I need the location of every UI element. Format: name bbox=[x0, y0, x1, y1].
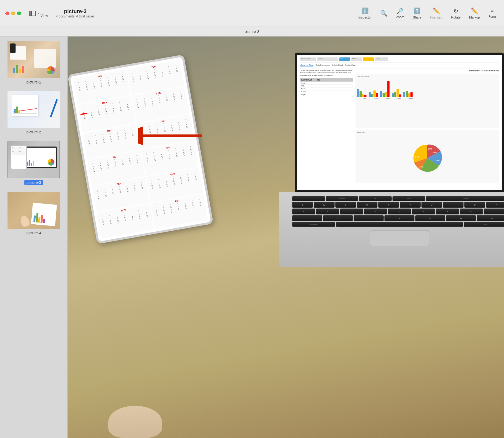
view-label: View bbox=[40, 14, 48, 18]
thumbnail-image-1 bbox=[8, 41, 60, 78]
highlight-label: Highlight bbox=[430, 16, 443, 19]
inspector-button[interactable]: ℹ️ Inspector bbox=[358, 8, 372, 19]
titlebar: ▾ View picture-3 4 documents, 4 total pa… bbox=[0, 0, 504, 27]
scene-container: JAN SMTWTFS 1234 567891011 1213141516171… bbox=[68, 36, 504, 438]
markup-icon: ✏️ bbox=[471, 8, 478, 14]
charts-container: Fundraiser Results by Salesp Column Char… bbox=[355, 70, 499, 183]
keyboard: caps lock ctrl option command Q W E R T bbox=[279, 192, 504, 230]
svg-text:24%: 24% bbox=[435, 159, 440, 162]
column-chart-label: Column Chart bbox=[357, 76, 498, 78]
thumbnail-3-label: picture-3 bbox=[24, 180, 43, 185]
thumbnail-image-3: JAN FEB MAR APR bbox=[8, 141, 60, 178]
thumbnail-2-label: picture-2 bbox=[27, 130, 41, 134]
form-icon: ≡ bbox=[491, 8, 494, 14]
doc-name-label: picture-3 bbox=[245, 30, 259, 34]
chart-content-area: Column, bar, and pie charts compare valu… bbox=[300, 70, 499, 183]
zoom-label: Zoom bbox=[396, 15, 404, 19]
svg-text:16%: 16% bbox=[433, 151, 437, 154]
rotate-icon: ↻ bbox=[453, 8, 458, 14]
chevron-down-icon: ▾ bbox=[38, 12, 39, 15]
pie-chart-label: Pie Chart bbox=[357, 132, 498, 133]
markup-button[interactable]: ✏️ Markup bbox=[469, 8, 480, 19]
inspector-icon: ℹ️ bbox=[361, 8, 369, 14]
minimize-button[interactable] bbox=[11, 12, 15, 15]
pie-chart-visual: 16% 24% 13% 20% 30% bbox=[357, 134, 498, 182]
laptop-screen: Auto Correct Format Text Share Media Int… bbox=[295, 53, 504, 192]
maximize-button[interactable] bbox=[17, 12, 21, 15]
calendar-grid: JAN SMTWTFS 1234 567891011 1213141516171… bbox=[71, 58, 210, 240]
laptop-device: Auto Correct Format Text Share Media Int… bbox=[279, 53, 504, 267]
rotate-label: Rotate bbox=[451, 16, 461, 19]
doc-title: picture-3 bbox=[64, 8, 87, 14]
column-chart: Column Chart bbox=[355, 74, 499, 128]
main-area: picture-1 bbox=[0, 36, 504, 438]
chart-type-selector: Interactive Chart Data Comparison 2-Axis… bbox=[300, 64, 499, 68]
thumbnail-item-1[interactable]: picture-1 bbox=[3, 41, 64, 84]
thumbnail-item-4[interactable]: picture-4 bbox=[3, 192, 64, 235]
thumbnail-item-2[interactable]: picture-2 bbox=[3, 91, 64, 134]
doc-name-bar: picture-3 bbox=[0, 27, 504, 36]
view-icon bbox=[29, 11, 36, 16]
share-label: Share bbox=[413, 16, 421, 19]
hand-element bbox=[108, 406, 162, 438]
red-arrow bbox=[138, 122, 202, 149]
form-button[interactable]: ≡ Form bbox=[488, 8, 496, 19]
highlight-button[interactable]: ✏️ Highlight bbox=[430, 8, 443, 19]
thumbnail-image-2 bbox=[8, 91, 60, 128]
pie-chart: Pie Chart bbox=[355, 130, 499, 184]
zoom-out-icon: 🔎 bbox=[397, 8, 403, 14]
laptop-base: caps lock ctrl option command Q W E R T bbox=[279, 192, 504, 267]
view-button[interactable]: ▾ View bbox=[26, 9, 48, 18]
bar-chart-bars: Andy bbox=[357, 79, 498, 100]
svg-text:13%: 13% bbox=[419, 166, 424, 168]
zoom-in-button[interactable]: 🔍 bbox=[380, 10, 387, 17]
svg-text:30%: 30% bbox=[428, 148, 432, 150]
rotate-button[interactable]: ↻ Rotate bbox=[451, 8, 461, 19]
laptop-screen-content: Auto Correct Format Text Share Media Int… bbox=[297, 55, 502, 190]
participant-table: PARTICIPANT UN... Andy Chloe Daniel Grac… bbox=[300, 78, 353, 96]
close-button[interactable] bbox=[5, 12, 9, 15]
un-col-header: UN... bbox=[317, 79, 321, 81]
highlight-icon: ✏️ bbox=[433, 8, 440, 14]
inspector-label: Inspector bbox=[358, 16, 372, 19]
markup-label: Markup bbox=[469, 16, 480, 19]
thumbnail-4-label: picture-4 bbox=[27, 231, 41, 235]
participant-col-header: PARTICIPANT bbox=[301, 79, 312, 81]
thumbnail-image-4 bbox=[8, 192, 60, 229]
zoom-out-button[interactable]: 🔎 Zoom bbox=[396, 8, 404, 19]
traffic-lights bbox=[0, 12, 21, 15]
zoom-in-icon: 🔍 bbox=[380, 10, 387, 17]
toolbar-actions: ℹ️ Inspector 🔍 🔎 Zoom ⬆️ Share ✏️ Highli… bbox=[358, 8, 504, 19]
thumbnail-1-label: picture-1 bbox=[27, 80, 41, 84]
doc-info: picture-3 4 documents, 4 total pages bbox=[56, 8, 95, 18]
thumbnail-item-3[interactable]: JAN FEB MAR APR picture-3 bbox=[3, 141, 64, 185]
trackpad[interactable] bbox=[370, 230, 429, 246]
chart-main-title: Fundraiser Results by Salesp bbox=[355, 70, 499, 72]
share-button[interactable]: ⬆️ Share bbox=[413, 8, 421, 19]
doc-meta: 4 documents, 4 total pages bbox=[56, 14, 95, 18]
content-area: JAN SMTWTFS 1234 567891011 1213141516171… bbox=[68, 36, 504, 438]
svg-text:20%: 20% bbox=[415, 156, 420, 158]
share-icon: ⬆️ bbox=[413, 8, 421, 14]
sidebar: picture-1 bbox=[0, 36, 68, 438]
app-toolbar: Auto Correct Format Text Share Media bbox=[300, 57, 499, 63]
form-label: Form bbox=[488, 15, 496, 19]
chart-description: Column, bar, and pie charts compare valu… bbox=[300, 70, 353, 183]
